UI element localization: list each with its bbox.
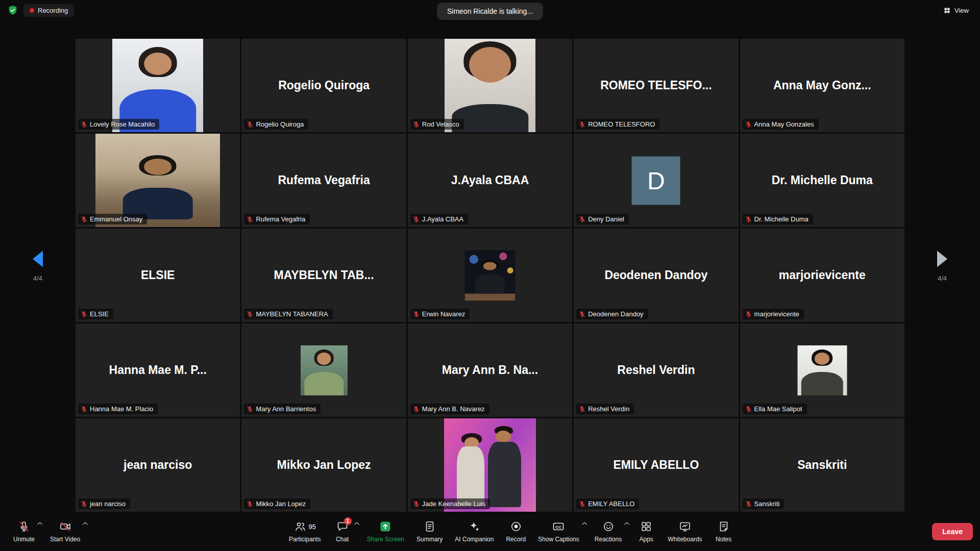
participant-tile[interactable]: Rod Velasco bbox=[408, 39, 572, 132]
participant-name-label: ROMEO TELESFORO bbox=[588, 120, 655, 128]
video-stage: 4/4 Lovely Rose Macahilo Rogelio Quiroga… bbox=[0, 20, 980, 512]
leave-button[interactable]: Leave bbox=[932, 523, 973, 540]
participant-name-chip: Mikko Jan Lopez bbox=[244, 498, 310, 509]
participant-name-label: jean narciso bbox=[90, 500, 126, 508]
participant-tile[interactable]: ROMEO TELESFO... ROMEO TELESFORO bbox=[574, 39, 738, 132]
chat-button[interactable]: 1 Chat bbox=[327, 516, 358, 547]
apps-icon bbox=[640, 520, 652, 533]
participant-name-label: MAYBELYN TABANERA bbox=[256, 310, 328, 318]
participants-icon bbox=[294, 520, 306, 533]
participant-tile[interactable]: Emmanuel Onsay bbox=[76, 134, 240, 227]
closed-captions-icon bbox=[552, 520, 565, 533]
participant-tile[interactable]: Mikko Jan Lopez Mikko Jan Lopez bbox=[241, 418, 406, 512]
participant-video bbox=[444, 418, 536, 512]
muted-mic-icon bbox=[81, 500, 87, 507]
participant-tile[interactable]: Rufema Vegafria Rufema Vegafria bbox=[241, 134, 406, 227]
muted-mic-icon bbox=[745, 406, 752, 412]
participant-name-label: ELSIE bbox=[90, 310, 109, 318]
muted-mic-icon bbox=[745, 500, 752, 507]
participant-name-chip: Rod Velasco bbox=[410, 119, 464, 130]
participant-video bbox=[445, 39, 535, 132]
participant-tile[interactable]: Dr. Michelle Duma Dr. Michelle Duma bbox=[740, 134, 904, 227]
summary-button[interactable]: Summary bbox=[410, 516, 449, 547]
muted-mic-icon bbox=[81, 311, 87, 317]
whiteboards-button[interactable]: Whiteboards bbox=[662, 516, 708, 547]
security-shield-icon[interactable] bbox=[7, 5, 18, 16]
recording-indicator[interactable]: Recording bbox=[23, 4, 74, 17]
participant-tile[interactable]: ELSIE ELSIE bbox=[76, 229, 240, 322]
participant-grid: Lovely Rose Macahilo Rogelio Quiroga Rog… bbox=[76, 39, 904, 512]
active-speaker-text: Simeon Ricalde is talking... bbox=[447, 7, 533, 15]
participant-name-chip: Reshel Verdin bbox=[576, 404, 634, 414]
gallery-grid-icon bbox=[943, 7, 951, 14]
participants-count: 95 bbox=[309, 523, 316, 531]
unmute-button[interactable]: Unmute bbox=[7, 516, 41, 547]
muted-mic-icon bbox=[745, 311, 752, 317]
participant-tile[interactable]: Deodenen Dandoy Deodenen Dandoy bbox=[574, 229, 738, 322]
muted-mic-icon bbox=[413, 500, 420, 507]
participant-avatar: D bbox=[632, 156, 680, 205]
participant-name-chip: J.Ayala CBAA bbox=[410, 214, 468, 224]
participant-tile[interactable]: Anna May Gonz... Anna May Gonzales bbox=[740, 39, 904, 132]
participant-name-label: J.Ayala CBAA bbox=[422, 215, 463, 223]
participant-tile[interactable]: EMILY ABELLO EMILY ABELLO bbox=[574, 418, 738, 512]
prev-page-arrow-icon[interactable] bbox=[33, 251, 43, 267]
participant-tile[interactable]: marjorievicente marjorievicente bbox=[740, 229, 904, 322]
participant-tile[interactable]: J.Ayala CBAA J.Ayala CBAA bbox=[408, 134, 572, 227]
ai-companion-label: AI Companion bbox=[455, 536, 494, 543]
participant-display-name: Mary Ann B. Na... bbox=[408, 323, 572, 417]
meeting-toolbar: Unmute Start Video 95 Participants bbox=[0, 512, 980, 551]
participant-tile[interactable]: Lovely Rose Macahilo bbox=[76, 39, 240, 132]
muted-mic-icon bbox=[247, 216, 253, 222]
participant-tile[interactable]: Mary Ann B. Na... Mary Ann B. Navarez bbox=[408, 323, 572, 417]
muted-mic-icon bbox=[745, 216, 752, 222]
participant-tile[interactable]: Reshel Verdin Reshel Verdin bbox=[574, 323, 738, 417]
participant-tile[interactable]: Jade Keenabelle Luis bbox=[408, 418, 572, 512]
participant-video bbox=[95, 134, 220, 227]
page-indicator-left: 4/4 bbox=[33, 274, 42, 282]
participant-name-chip: Jade Keenabelle Luis bbox=[410, 498, 490, 509]
participant-name-chip: Deodenen Dandoy bbox=[576, 309, 648, 319]
participant-tile[interactable]: D Deny Daniel bbox=[574, 134, 738, 227]
recording-dot-icon bbox=[30, 8, 34, 13]
participant-name-chip: jean narciso bbox=[78, 498, 130, 509]
notes-icon bbox=[718, 520, 730, 533]
show-captions-button[interactable]: Show Captions bbox=[532, 516, 585, 547]
participant-tile[interactable]: jean narciso jean narciso bbox=[76, 418, 240, 512]
participant-display-name: ELSIE bbox=[76, 229, 240, 322]
share-screen-button[interactable]: Share Screen bbox=[361, 516, 410, 547]
participant-tile[interactable]: MAYBELYN TAB... MAYBELYN TABANERA bbox=[241, 229, 406, 322]
start-video-button[interactable]: Start Video bbox=[44, 516, 86, 547]
participant-name-chip: Rogelio Quiroga bbox=[244, 119, 308, 130]
participant-display-name: Reshel Verdin bbox=[574, 323, 738, 417]
participant-display-name: Deodenen Dandoy bbox=[574, 229, 738, 322]
participant-tile[interactable]: Mary Ann Barrientos bbox=[241, 323, 406, 417]
participant-display-name: jean narciso bbox=[76, 418, 240, 512]
participant-tile[interactable]: Rogelio Quiroga Rogelio Quiroga bbox=[241, 39, 406, 132]
record-button[interactable]: Record bbox=[500, 516, 532, 547]
muted-mic-icon bbox=[579, 406, 585, 412]
top-bar: Recording Simeon Ricalde is talking... V… bbox=[0, 0, 980, 20]
reactions-button[interactable]: Reactions bbox=[589, 516, 628, 547]
participants-button[interactable]: 95 Participants bbox=[283, 516, 327, 547]
muted-mic-icon bbox=[413, 216, 420, 222]
participant-tile[interactable]: Sanskriti Sanskriti bbox=[740, 418, 904, 512]
apps-button[interactable]: Apps bbox=[631, 516, 662, 547]
record-label: Record bbox=[506, 536, 526, 543]
view-button[interactable]: View bbox=[939, 4, 973, 17]
participant-name-chip: Dr. Michelle Duma bbox=[743, 214, 813, 224]
summary-icon bbox=[424, 520, 436, 533]
participant-tile[interactable]: Hanna Mae M. P... Hanna Mae M. Placio bbox=[76, 323, 240, 417]
reactions-smiley-icon bbox=[602, 520, 615, 533]
participant-tile[interactable]: Erwin Navarez bbox=[408, 229, 572, 322]
summary-label: Summary bbox=[416, 536, 443, 543]
whiteboards-icon bbox=[679, 520, 691, 533]
share-screen-icon bbox=[379, 520, 391, 533]
participant-name-chip: Erwin Navarez bbox=[410, 309, 470, 319]
participant-name-label: Mikko Jan Lopez bbox=[256, 500, 306, 508]
muted-mic-icon bbox=[247, 500, 253, 507]
notes-button[interactable]: Notes bbox=[708, 516, 739, 547]
participant-tile[interactable]: Ella Mae Salipot bbox=[740, 323, 904, 417]
ai-companion-button[interactable]: AI Companion bbox=[449, 516, 500, 547]
next-page-arrow-icon[interactable] bbox=[937, 251, 947, 267]
